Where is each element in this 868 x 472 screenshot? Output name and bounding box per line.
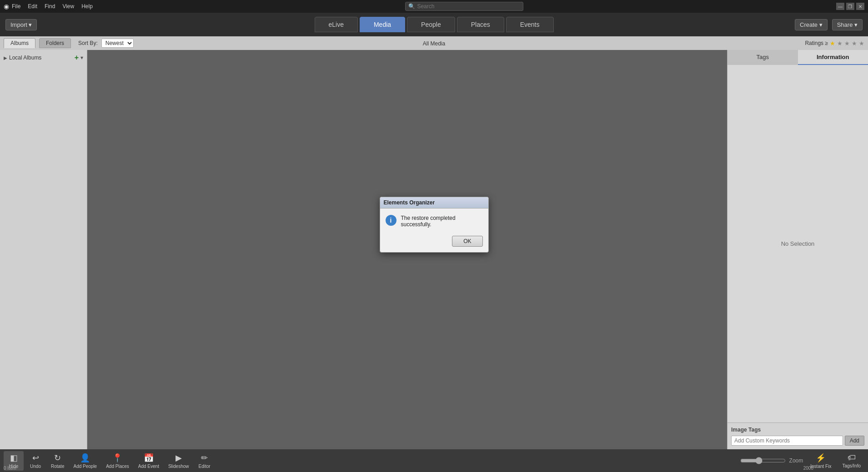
toolbar-undo[interactable]: ↩ Undo [25, 451, 45, 471]
all-media-label: All Media [423, 40, 445, 47]
menu-edit[interactable]: Edit [28, 3, 37, 10]
toolbar-add-places[interactable]: 📍 Add Places [102, 451, 133, 471]
ratings-area: Ratings ≥ ★ ★ ★ ★ ★ [805, 40, 864, 47]
custom-keywords-input[interactable] [731, 436, 843, 446]
add-keyword-button[interactable]: Add [845, 436, 864, 446]
no-selection: No Selection [728, 65, 868, 422]
dialog-message: The restore completed successfully. [401, 215, 483, 228]
right-tab-information[interactable]: Information [798, 50, 868, 65]
toolbar-editor[interactable]: ✏ Editor [195, 451, 215, 471]
more-icon[interactable]: ▾ [80, 55, 83, 61]
menu-view[interactable]: View [62, 3, 74, 10]
nav-right: Create ▾ Share ▾ [795, 19, 863, 30]
toolbar-add-event[interactable]: 📅 Add Event [135, 451, 163, 471]
sub-tab-folders[interactable]: Folders [39, 38, 71, 48]
sort-by-label: Sort By: [78, 40, 98, 46]
add-places-icon: 📍 [112, 453, 122, 463]
right-panel-tabs: Tags Information [728, 50, 868, 65]
rotate-label: Rotate [51, 464, 64, 469]
tab-places[interactable]: Places [457, 17, 504, 32]
tags-info-icon: 🏷 [848, 453, 856, 462]
image-tags-label: Image Tags [731, 427, 864, 433]
dialog-footer: OK [380, 234, 488, 252]
nav-left: Import ▾ [5, 19, 37, 30]
ok-button[interactable]: OK [452, 236, 482, 247]
tab-media[interactable]: Media [360, 17, 405, 32]
instant-fix-icon: ⚡ [816, 453, 826, 463]
year-text: 2008 [803, 466, 813, 471]
close-button[interactable]: ✕ [856, 3, 864, 10]
add-people-label: Add People [73, 464, 97, 469]
tab-events[interactable]: Events [506, 17, 554, 32]
add-event-label: Add Event [138, 464, 159, 469]
share-button[interactable]: Share ▾ [832, 19, 863, 30]
tags-input-row: Add [731, 436, 864, 446]
sub-bar: Albums Folders Sort By: Newest Oldest Na… [0, 36, 868, 50]
search-icon: 🔍 [408, 3, 415, 10]
toolbar-add-people[interactable]: 👤 Add People [70, 451, 100, 471]
editor-icon: ✏ [201, 453, 208, 463]
local-albums-label: Local Albums [9, 55, 41, 61]
title-bar-menus: File Edit Find View Help [12, 3, 93, 10]
dialog-title: Elements Organizer [384, 199, 435, 206]
dialog-title-bar: Elements Organizer [380, 197, 488, 209]
bottom-right: Zoom ⚡ Instant Fix 🏷 Tags/Info [740, 451, 864, 471]
status-bar: 0 Item [4, 465, 16, 471]
item-count: 0 Item [4, 466, 16, 471]
year-label: 2008 [803, 465, 813, 471]
sub-tab-albums[interactable]: Albums [4, 38, 35, 48]
local-albums-row[interactable]: ▶ Local Albums + ▾ [3, 53, 84, 63]
import-button[interactable]: Import ▾ [5, 19, 37, 30]
maximize-button[interactable]: ❐ [846, 3, 854, 10]
info-icon: i [386, 215, 396, 226]
star-4[interactable]: ★ [852, 40, 857, 47]
sort-select[interactable]: Newest Oldest Name Rating [101, 39, 134, 48]
create-button[interactable]: Create ▾ [795, 19, 828, 30]
ratings-label: Ratings ≥ [805, 40, 828, 46]
tab-elive[interactable]: eLive [314, 17, 357, 32]
right-tab-tags[interactable]: Tags [728, 50, 798, 65]
zoom-slider[interactable] [740, 457, 786, 464]
add-event-icon: 📅 [144, 453, 154, 463]
menu-file[interactable]: File [12, 3, 20, 10]
hide-icon: ◧ [10, 453, 18, 463]
rotate-icon: ↻ [54, 453, 61, 463]
add-people-icon: 👤 [80, 453, 90, 463]
undo-icon: ↩ [32, 453, 39, 463]
tab-people[interactable]: People [407, 17, 455, 32]
menu-find[interactable]: Find [45, 3, 55, 10]
bottom-toolbar: ◧ Hide ↩ Undo ↻ Rotate 👤 Add People 📍 Ad… [0, 449, 868, 472]
star-3[interactable]: ★ [844, 40, 850, 47]
star-2[interactable]: ★ [837, 40, 843, 47]
title-bar: ◉ File Edit Find View Help 🔍 — ❐ ✕ [0, 0, 868, 13]
star-5[interactable]: ★ [859, 40, 864, 47]
undo-label: Undo [30, 464, 41, 469]
title-bar-left: ◉ File Edit Find View Help [4, 3, 93, 10]
add-places-label: Add Places [106, 464, 129, 469]
dialog-body: i The restore completed successfully. [380, 209, 488, 234]
star-1[interactable]: ★ [830, 40, 835, 47]
nav-tabs: eLive Media People Places Events [313, 17, 554, 32]
search-area[interactable]: 🔍 [405, 2, 523, 11]
chevron-right-icon: ▶ [4, 55, 7, 60]
title-bar-controls: — ❐ ✕ [836, 3, 864, 10]
menu-help[interactable]: Help [81, 3, 93, 10]
toolbar-tags-info[interactable]: 🏷 Tags/Info [838, 451, 864, 470]
zoom-label: Zoom [789, 457, 803, 464]
slideshow-icon: ▶ [176, 453, 182, 463]
minimize-button[interactable]: — [836, 3, 844, 10]
nav-bar: Import ▾ eLive Media People Places Event… [0, 13, 868, 36]
editor-label: Editor [198, 464, 210, 469]
toolbar-rotate[interactable]: ↻ Rotate [47, 451, 68, 471]
left-sidebar: ▶ Local Albums + ▾ [0, 50, 87, 449]
toolbar-slideshow[interactable]: ▶ Slideshow [165, 451, 193, 471]
slideshow-label: Slideshow [168, 464, 189, 469]
dialog-box: Elements Organizer i The restore complet… [380, 197, 489, 253]
right-panel: Tags Information No Selection Image Tags… [727, 50, 868, 449]
add-album-icon[interactable]: + [75, 54, 79, 62]
image-tags-section: Image Tags Add [728, 422, 868, 449]
instant-fix-label: Instant Fix [810, 464, 831, 469]
search-input[interactable] [417, 3, 520, 10]
tags-info-label: Tags/Info [842, 463, 861, 468]
app-icon: ◉ [4, 3, 9, 10]
